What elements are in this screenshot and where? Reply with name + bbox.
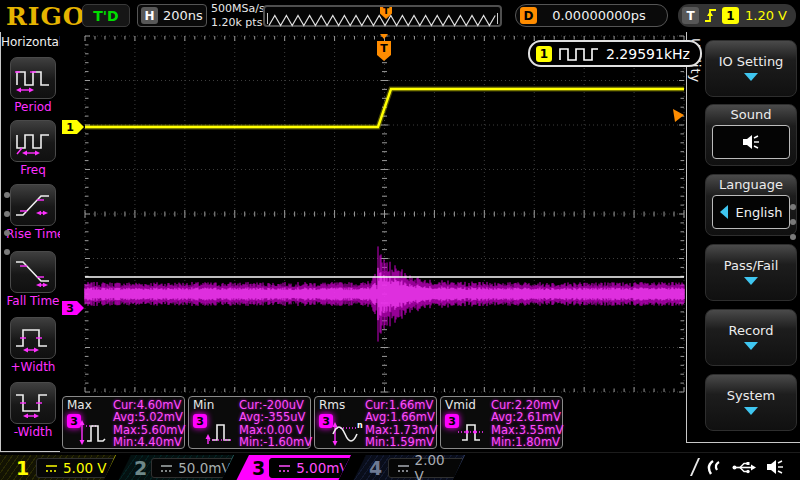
menu-page-dots <box>790 204 796 240</box>
trigger-source-badge: 1 <box>722 7 739 24</box>
channel-tab-1[interactable]: 1 5.00 V <box>0 455 116 480</box>
rising-edge-icon <box>703 7 718 24</box>
signal-icon <box>706 458 722 476</box>
frequency-counter: 1 2.29591kHz <box>528 40 702 67</box>
counter-value: 2.29591kHz <box>606 46 690 62</box>
status-icon-tray <box>694 457 786 477</box>
dc-coupling-icon <box>45 464 58 473</box>
dc-coupling-icon <box>160 464 173 473</box>
menu-item-sound[interactable]: Sound <box>705 104 797 166</box>
language-value: English <box>736 205 783 220</box>
left-menu-title: Horizontal <box>1 32 60 49</box>
rise-time-icon <box>14 190 52 220</box>
waveform-display: T13 1 2.29591kHz Max 3 Cur:4.60mV <box>60 32 686 452</box>
nwidth-icon <box>14 388 52 418</box>
channel-tab-4[interactable]: 4 2.00 V <box>353 455 465 480</box>
vmid-icon <box>456 419 490 446</box>
measurement-panel-rms: Rms 3 n Cur:1.66mV Avg:1.66mV Max:1.73mV… <box>314 396 437 449</box>
period-icon <box>14 63 52 93</box>
max-icon <box>78 419 112 446</box>
svg-text:3: 3 <box>66 302 74 315</box>
memory-depth: 1.20k pts <box>211 16 265 30</box>
square-wave-icon <box>559 46 599 61</box>
menu-item-freq[interactable]: Freq <box>6 120 60 177</box>
menu-item-system[interactable]: System <box>705 374 797 431</box>
svg-text:n: n <box>357 421 363 430</box>
svg-text:1: 1 <box>66 121 74 134</box>
menu-item-fall-time[interactable]: Fall Time <box>6 251 60 308</box>
svg-text:T: T <box>380 42 388 55</box>
chevron-down-icon <box>744 73 758 81</box>
delay-value: 0.00000000ps <box>552 8 656 23</box>
trigger-readout: T 1 1.20 V <box>678 4 796 27</box>
dc-coupling-icon <box>278 464 291 473</box>
chevron-down-icon <box>744 407 758 415</box>
menu-item-io-setting[interactable]: IO Setting <box>705 40 797 97</box>
chevron-down-icon <box>744 277 758 285</box>
freq-icon <box>14 126 52 156</box>
measurement-panel-vmid: Vmid 3 Cur:2.20mV Avg:2.61mV Max:3.55mV … <box>440 396 563 449</box>
delay-badge: D <box>520 7 537 24</box>
trigger-level-value: 1.20 V <box>745 8 787 23</box>
horizontal-measure-menu: Horizontal Period Freq <box>0 32 60 452</box>
channel-tab-3-selected[interactable]: 3 5.00mV <box>236 455 351 480</box>
trigger-status-badge: T'D <box>82 4 130 27</box>
delay-readout: D 0.00000000ps <box>515 4 668 27</box>
timebase-value: 200ns <box>163 8 203 23</box>
divider <box>690 458 700 476</box>
menu-item-language[interactable]: Language English <box>705 174 797 236</box>
sample-rate: 500MSa/s <box>211 2 265 16</box>
menu-item-pass-fail[interactable]: Pass/Fail <box>705 244 797 301</box>
fall-time-icon <box>14 257 52 287</box>
measurement-panel-min: Min 3 Cur:-200uV Avg:-355uV Max:0.00 V M… <box>188 396 311 449</box>
menu-item-record[interactable]: Record <box>705 309 797 366</box>
pwidth-icon <box>14 323 52 353</box>
chevron-down-icon <box>744 342 758 350</box>
measurement-panel-max: Max 3 Cur:4.60mV Avg:5.02mV Max:5.60mV M… <box>62 396 185 449</box>
memory-waveform-preview: T <box>263 5 502 27</box>
status-bar: RIGOL T'D H 200ns 500MSa/s 1.20k pts T D… <box>0 0 800 32</box>
min-icon <box>204 419 238 446</box>
dc-coupling-icon <box>397 464 409 473</box>
acquisition-info: 500MSa/s 1.20k pts <box>211 2 265 30</box>
speaker-icon <box>741 134 761 150</box>
measurement-bar: Max 3 Cur:4.60mV Avg:5.02mV Max:5.60mV M… <box>62 396 563 449</box>
utility-menu: Utility IO Setting Sound Language Englis… <box>686 32 800 443</box>
rms-icon: n <box>330 419 364 446</box>
trigger-badge: T <box>682 7 699 24</box>
counter-channel-badge: 1 <box>536 46 552 62</box>
menu-item-nwidth[interactable]: -Width <box>6 382 60 439</box>
menu-item-pwidth[interactable]: +Width <box>6 317 60 374</box>
menu-item-rise-time[interactable]: Rise Time <box>6 184 60 241</box>
timebase-readout: H 200ns <box>137 4 207 27</box>
usb-icon <box>732 461 756 474</box>
menu-scroll-dots <box>4 192 10 255</box>
channel-bar: 1 5.00 V 2 50.0mV 3 <box>0 452 800 480</box>
beeper-icon <box>766 459 786 475</box>
channel-tab-2[interactable]: 2 50.0mV <box>118 455 234 480</box>
menu-item-period[interactable]: Period <box>6 57 60 114</box>
chevron-left-icon <box>720 205 728 219</box>
graticule: T13 <box>60 32 686 394</box>
oscilloscope-screen: RIGOL T'D H 200ns 500MSa/s 1.20k pts T D… <box>0 0 800 480</box>
horizontal-badge: H <box>141 7 158 24</box>
